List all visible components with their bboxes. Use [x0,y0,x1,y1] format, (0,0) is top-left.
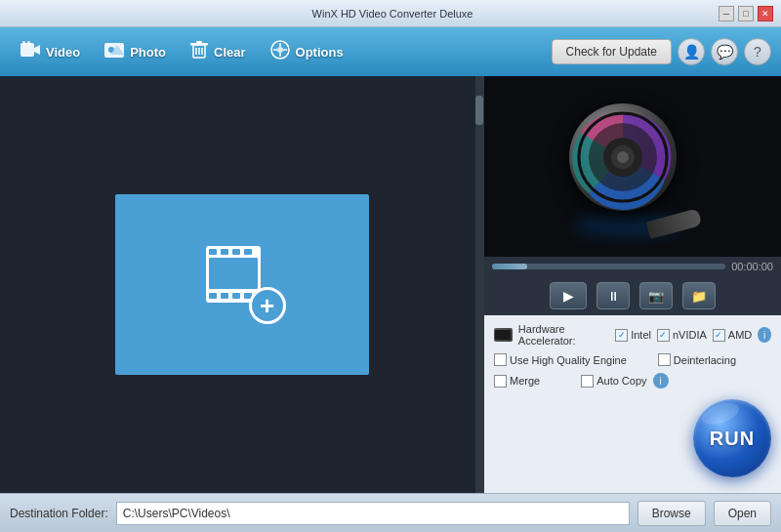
run-btn-area: RUN [494,399,771,485]
close-button[interactable]: ✕ [758,6,773,21]
autocopy-checkbox-item: Auto Copy [581,375,646,388]
open-button[interactable]: Open [714,501,771,526]
preview-area [484,76,781,257]
progress-fill [492,264,527,269]
plus-icon: + [249,287,286,324]
toolbar-right: Check for Update 👤 💬 ? [552,38,771,65]
svg-rect-27 [232,293,240,299]
options-area: Hardware Accelerator: ✓ Intel ✓ nVIDIA ✓… [484,315,781,493]
hw-icon [494,328,513,342]
run-button[interactable]: RUN [693,399,771,477]
deinterlacing-label: Deinterlacing [674,354,736,366]
merge-checkbox[interactable] [494,375,507,388]
hq-label: Use High Quality Engine [510,354,627,366]
merge-row: Merge Auto Copy i [494,373,771,389]
add-video-area[interactable]: + [115,194,369,375]
time-display: 00:00:00 [731,261,773,272]
intel-label: Intel [631,329,651,341]
screenshot-button[interactable]: 📷 [639,282,673,309]
options-button[interactable]: Options [260,35,353,69]
video-button[interactable]: Video [10,36,90,68]
deinterlacing-checkbox-item: Deinterlacing [658,353,736,366]
intel-checkbox[interactable]: ✓ [615,329,628,342]
svg-rect-0 [21,43,34,57]
svg-rect-21 [221,249,228,255]
svg-rect-2 [22,41,25,45]
pause-button[interactable]: ⏸ [596,282,630,309]
progress-track[interactable] [492,264,725,269]
scrollbar-thumb [475,96,483,125]
update-button[interactable]: Check for Update [552,39,672,64]
app-title: WinX HD Video Converter Deluxe [66,8,719,20]
bottom-bar: Destination Folder: Browse Open [0,493,781,532]
svg-point-33 [617,151,629,163]
main-content: + [0,76,781,493]
options-label: Options [296,45,344,60]
clear-label: Clear [214,45,246,60]
clear-button[interactable]: Clear [180,36,256,68]
hw-info-icon[interactable]: i [758,327,771,343]
toolbar: Video Photo Clear [0,27,781,76]
autocopy-checkbox[interactable] [581,375,594,388]
autocopy-label: Auto Copy [596,375,646,387]
video-label: Video [46,45,80,60]
right-panel: 00:00:00 ▶ ⏸ 📷 📁 Hardware Accelerator: ✓… [483,76,781,493]
svg-rect-8 [190,43,208,46]
svg-point-18 [277,47,283,53]
hw-accel-row: Hardware Accelerator: ✓ Intel ✓ nVIDIA ✓… [494,323,771,347]
left-panel: + [0,76,483,493]
chat-icon[interactable]: 💬 [711,38,738,65]
photo-button[interactable]: Photo [94,36,176,68]
svg-rect-24 [209,258,258,289]
video-icon [20,40,41,64]
dest-path-input[interactable] [116,502,630,525]
run-outer: RUN [693,399,771,477]
merge-label: Merge [510,375,540,387]
dest-label: Destination Folder: [10,507,108,520]
amd-checkbox-item: ✓ AMD [713,329,752,342]
hq-checkbox[interactable] [494,353,507,366]
photo-icon [103,40,125,64]
autocopy-info-icon[interactable]: i [653,373,669,389]
help-icon[interactable]: ? [744,38,771,65]
nvidia-checkbox-item: ✓ nVIDIA [657,329,707,342]
amd-checkbox[interactable]: ✓ [713,329,725,342]
hq-row: Use High Quality Engine Deinterlacing [494,353,771,366]
svg-rect-3 [27,41,30,45]
nvidia-label: nVIDIA [673,329,707,341]
svg-rect-22 [232,249,240,255]
left-scrollbar[interactable] [475,76,483,493]
browse-button[interactable]: Browse [637,501,706,526]
deinterlacing-checkbox[interactable] [658,353,671,366]
svg-marker-1 [34,45,40,55]
amd-label: AMD [728,329,752,341]
minimize-button[interactable]: ─ [719,6,734,21]
svg-rect-23 [244,249,252,255]
merge-checkbox-item: Merge [494,375,540,388]
photo-label: Photo [130,45,166,60]
reel-icon [559,94,706,240]
add-video-icon: + [198,246,286,324]
folder-button[interactable]: 📁 [682,282,716,309]
play-button[interactable]: ▶ [550,282,587,309]
title-bar: WinX HD Video Converter Deluxe ─ □ ✕ [0,0,781,27]
svg-rect-26 [221,293,228,299]
intel-checkbox-item: ✓ Intel [615,329,651,342]
clear-icon [189,40,209,64]
svg-rect-9 [196,41,202,43]
svg-rect-25 [209,293,217,299]
svg-rect-20 [209,249,217,255]
maximize-button[interactable]: □ [738,6,754,21]
window-controls: ─ □ ✕ [719,6,773,21]
nvidia-checkbox[interactable]: ✓ [657,329,670,342]
hq-checkbox-item: Use High Quality Engine [494,353,627,366]
player-controls: ▶ ⏸ 📷 📁 [484,276,781,315]
account-icon[interactable]: 👤 [678,38,705,65]
progress-bar-area: 00:00:00 [484,257,781,276]
hw-label: Hardware Accelerator: [518,323,609,347]
options-icon [269,39,291,65]
